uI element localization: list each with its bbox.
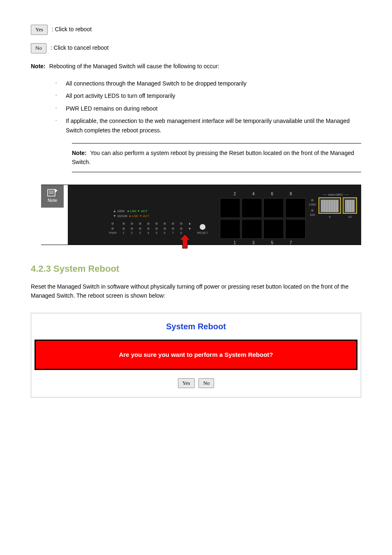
note2-label: Note: (72, 150, 87, 156)
yes-button[interactable]: Yes (178, 378, 195, 388)
switch-note-box: Note ▲ 1000 ● LNK ✦ ACT ▼ 10/100 ● LNK ✦… (41, 185, 361, 245)
yes-description: : Click to reboot (52, 26, 92, 32)
list-item: PWR LED remains on during reboot (55, 104, 361, 113)
note1-label: Note: (31, 63, 46, 69)
switch-front-panel: ▲ 1000 ● LNK ✦ ACT ▼ 10/100 ● LNK ✦ ACT … (68, 185, 361, 245)
no-button[interactable]: No (198, 378, 214, 388)
yes-button-image: Yes (31, 25, 48, 35)
system-reboot-panel: System Reboot Are you sure you want to p… (31, 313, 361, 398)
yes-row: Yes : Click to reboot (31, 25, 361, 35)
svg-marker-4 (180, 234, 190, 248)
svg-rect-0 (48, 190, 55, 196)
section-heading: 4.2.3 System Reboot (31, 261, 361, 276)
list-item: All port activity LEDS to turn off tempo… (55, 91, 361, 100)
red-arrow-icon (180, 234, 190, 249)
heading-paragraph: Reset the Managed Switch in software wit… (31, 282, 361, 301)
no-button-image: No (31, 43, 46, 53)
note1-text: Rebooting of the Managed Switch will cau… (48, 63, 219, 69)
list-item: All connections through the Managed Swit… (55, 79, 361, 88)
note2-text: You can also perform a system reboot by … (72, 150, 354, 165)
note-icon: Note (41, 185, 64, 208)
no-description: : Click to cancel reboot (51, 44, 109, 51)
note2-box: Note: You can also perform a system rebo… (72, 143, 361, 172)
no-row: No : Click to cancel reboot (31, 43, 361, 53)
list-item: If applicable, the connection to the web… (55, 116, 361, 135)
bullet-list: All connections through the Managed Swit… (55, 79, 361, 135)
system-reboot-warning: Are you sure you want to perform a Syste… (35, 340, 357, 370)
system-reboot-title: System Reboot (31, 313, 361, 340)
system-reboot-buttons: Yes No (31, 370, 361, 398)
note1-para: Note: Rebooting of the Managed Switch wi… (31, 62, 361, 71)
clipboard-icon (47, 188, 58, 197)
